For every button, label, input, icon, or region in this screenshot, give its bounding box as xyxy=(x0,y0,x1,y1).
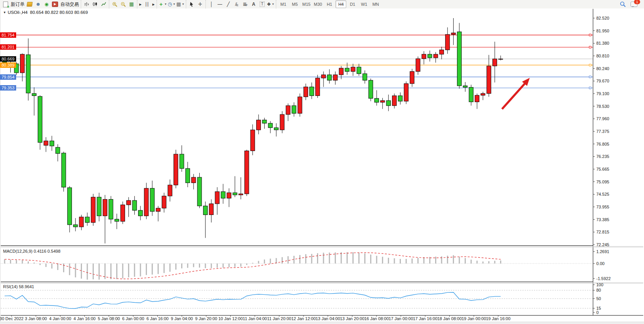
macd-axis-label: 1.2691 xyxy=(596,249,609,254)
cursor-button[interactable] xyxy=(188,1,195,8)
chevron-down-icon: ▼ xyxy=(182,1,185,8)
autotrading-button[interactable]: ▶ xyxy=(51,1,59,8)
candle xyxy=(451,33,455,34)
arrows-button[interactable]: ❖▼ xyxy=(267,1,274,8)
toolbar-group-trade: + 新订单 ☻ ◉ ▶ 自动交易 xyxy=(0,0,81,8)
candle xyxy=(304,87,308,97)
candle xyxy=(97,197,101,216)
price-axis-label: 81.380 xyxy=(596,41,609,45)
indicators-button[interactable]: ＋▼ xyxy=(158,1,167,8)
crosshair-button[interactable]: ✛ xyxy=(196,1,204,8)
trendline-button[interactable]: ╱ xyxy=(224,1,232,8)
hline-handle[interactable] xyxy=(589,46,591,48)
macd-axis-label: 0.00 xyxy=(596,261,604,266)
hline-handle[interactable] xyxy=(589,87,591,89)
hline-handle[interactable] xyxy=(589,64,591,66)
community-button[interactable]: ☻ xyxy=(34,1,42,8)
timeframe-button-w1[interactable]: W1 xyxy=(359,0,369,8)
chart-window: ▼USOil-,H4 80.654 80.822 80.603 80.669 M… xyxy=(0,8,644,324)
auto-scroll-button[interactable]: ▸⎹ xyxy=(139,1,147,8)
chart-shift-button[interactable]: ⎸▸ xyxy=(147,1,155,8)
candle xyxy=(475,95,479,102)
time-axis-label: 18 Jan 08:00 xyxy=(437,316,462,321)
new-order-label[interactable]: 新订单 xyxy=(11,1,25,8)
horizontal-line-icon: — xyxy=(217,1,222,8)
timeframe-button-m30[interactable]: M30 xyxy=(312,0,323,8)
candle xyxy=(180,154,184,168)
time-axis-label: 13 Jan 20:00 xyxy=(340,316,365,321)
new-order-button[interactable]: + xyxy=(2,1,9,8)
hline-handle[interactable] xyxy=(589,76,591,78)
candle xyxy=(257,120,261,130)
text-label-button[interactable]: T xyxy=(258,1,266,8)
macd-label: MACD(12,26,9) 0.4116 0.5498 xyxy=(3,249,60,253)
candle xyxy=(445,34,450,50)
market-book-button[interactable] xyxy=(26,1,33,8)
bar-chart-button[interactable] xyxy=(83,1,90,8)
time-axis-label: 12 Jan 12:00 xyxy=(291,316,316,321)
fibonacci-button[interactable]: ≣F xyxy=(241,1,249,8)
rsi-axis-label: 50 xyxy=(596,296,601,301)
candle xyxy=(121,205,125,222)
price-axis-label: 73.955 xyxy=(596,205,609,209)
time-axis-label: 17 Jan 16:00 xyxy=(413,316,437,321)
timeframe-button-h1[interactable]: H1 xyxy=(324,0,335,8)
signals-button[interactable]: ◉ xyxy=(43,1,50,8)
candle xyxy=(233,193,237,195)
zoom-out-button[interactable] xyxy=(119,1,127,8)
time-axis-label: 4 Jan 00:00 xyxy=(49,316,72,321)
periods-button[interactable]: ◷▼ xyxy=(168,1,175,8)
candle xyxy=(215,191,219,203)
price-axis-label: 75.665 xyxy=(596,167,609,171)
notifications-button[interactable]: 1 xyxy=(630,1,638,8)
timeframe-button-m1[interactable]: M1 xyxy=(278,0,289,8)
time-axis-label: 10 Jan 12:00 xyxy=(218,316,243,321)
user-icon: ☻ xyxy=(35,1,41,8)
search-button[interactable] xyxy=(619,1,627,8)
timeframe-button-mn[interactable]: MN xyxy=(370,0,381,8)
chart-title: ▼USOil-,H4 80.654 80.822 80.603 80.669 xyxy=(3,10,88,15)
candle xyxy=(32,94,36,96)
zoom-in-button[interactable] xyxy=(111,1,118,8)
templates-button[interactable]: ▩▼ xyxy=(176,1,184,8)
quote-ohlc: 80.654 80.822 80.603 80.669 xyxy=(30,10,88,15)
candlestick-chart-button[interactable] xyxy=(91,1,99,8)
candle xyxy=(239,194,243,195)
timeframe-button-m15[interactable]: M15 xyxy=(301,0,312,8)
price-axis-label: 74.525 xyxy=(596,192,609,196)
tile-windows-button[interactable]: ▦ xyxy=(128,1,135,8)
horizontal-line-button[interactable]: — xyxy=(216,1,224,8)
chart-canvas[interactable] xyxy=(0,8,644,324)
candle xyxy=(363,74,367,80)
line-chart-button[interactable] xyxy=(100,1,107,8)
indicators-icon: ＋ xyxy=(158,1,164,8)
equidistant-channel-button[interactable]: ⫽E xyxy=(233,1,240,8)
toolbar-group-cursor: ✛ xyxy=(186,0,205,8)
price-tag-81.754: 81.754 xyxy=(0,32,16,38)
autotrading-label[interactable]: 自动交易 xyxy=(60,1,79,8)
price-axis-label: 80.240 xyxy=(596,66,609,71)
timeframe-button-d1[interactable]: D1 xyxy=(347,0,358,8)
timeframe-button-m5[interactable]: M5 xyxy=(289,0,300,8)
search-icon xyxy=(620,1,626,7)
candle xyxy=(20,54,25,73)
hline-handle[interactable] xyxy=(589,34,591,36)
candle xyxy=(262,120,267,123)
toolbar-group-objects: │ — ╱ ⫽E ≣F A T ❖▼ xyxy=(205,0,276,8)
zoom-out-icon xyxy=(120,2,126,7)
candle xyxy=(203,206,207,215)
text-icon: A xyxy=(252,1,255,8)
candle xyxy=(50,141,54,146)
candle xyxy=(351,67,355,71)
symbol-dropdown-icon[interactable]: ▼ xyxy=(3,11,6,14)
price-axis-label: 73.385 xyxy=(596,217,609,222)
rsi-label: RSI(14) 58.9641 xyxy=(3,284,34,289)
vertical-line-button[interactable]: │ xyxy=(207,1,215,8)
time-axis-label: 17 Jan 00:00 xyxy=(389,316,413,321)
price-axis-label: 79.100 xyxy=(596,91,609,96)
candle xyxy=(85,217,89,222)
timeframe-button-h4[interactable]: H4 xyxy=(335,0,346,8)
text-tool-button[interactable]: A xyxy=(250,1,257,8)
candle xyxy=(174,154,178,185)
auto-scroll-icon: ▸⎹ xyxy=(139,1,146,8)
